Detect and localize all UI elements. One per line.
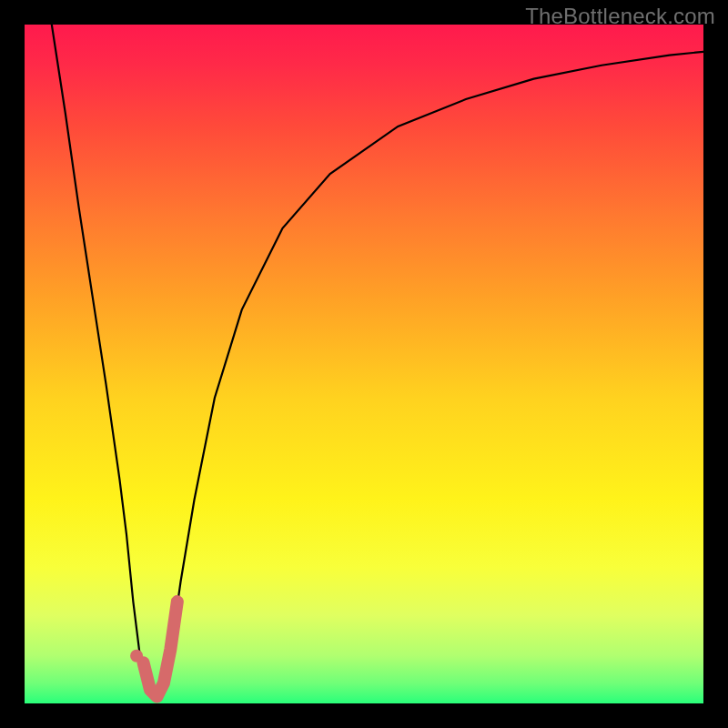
outer-frame: TheBottleneck.com — [0, 0, 728, 728]
chart-canvas — [25, 25, 703, 703]
marker-dot — [130, 650, 143, 662]
plot-area — [25, 25, 703, 703]
watermark-text: TheBottleneck.com — [525, 4, 715, 29]
gradient-background — [25, 25, 703, 703]
